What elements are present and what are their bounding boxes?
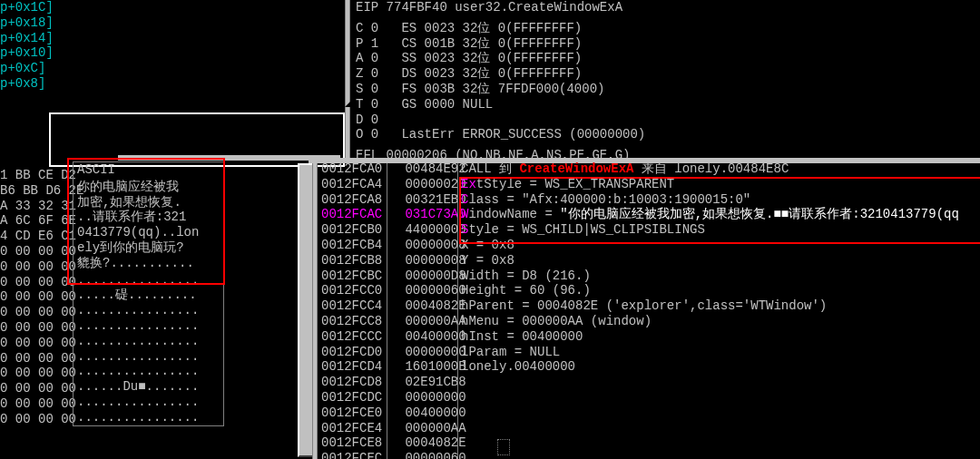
- stack-pane[interactable]: 0012FCA0 00484E920012FCA4 000000200012FC…: [321, 161, 463, 459]
- bp-item: p+0x8]: [0, 76, 71, 92]
- stack-row[interactable]: 0012FCC8 000000AA: [321, 314, 463, 329]
- flag-line: Z 0 DS 0023 32位 0(FFFFFFFF): [356, 66, 980, 82]
- stack-row[interactable]: 0012FCEC 00000060: [321, 451, 463, 459]
- stack-addr: 0012FCE8: [321, 435, 382, 450]
- comment-line: lParam = NULL: [461, 345, 980, 360]
- stack-addr: 0012FCBC: [321, 269, 382, 283]
- comment-line: Width = D8 (216.): [461, 269, 980, 284]
- stack-row[interactable]: 0012FCA8 00321EB0: [321, 192, 463, 208]
- flag-line: T 0 GS 0000 NULL: [356, 97, 980, 112]
- stack-addr: 0012FCC4: [321, 298, 382, 313]
- ascii-line: ......Du■.......: [77, 379, 220, 395]
- stack-row[interactable]: 0012FCC4 0004082E: [321, 298, 463, 314]
- pane-splitter-v2[interactable]: [312, 163, 318, 459]
- comment-line: hParent = 0004082E ('explorer',class='WT…: [461, 298, 980, 314]
- ascii-line: ................: [77, 410, 220, 425]
- flag-line: P 1 CS 001B 32位 0(FFFFFFFF): [356, 36, 980, 52]
- flag-line: O 0 LastErr ERROR_SUCCESS (00000000): [356, 127, 980, 142]
- comment-line: hInst = 00400000: [461, 329, 980, 345]
- stack-row[interactable]: 0012FCC0 00000060: [321, 283, 463, 298]
- ascii-line: ................: [77, 349, 220, 365]
- bp-item: p+0x14]: [0, 31, 71, 46]
- ascii-line: ................: [77, 318, 220, 334]
- stack-addr: 0012FCEC: [321, 451, 382, 459]
- stack-row[interactable]: 0012FCA0 00484E92: [321, 161, 463, 177]
- windowname-highlight-box: [459, 177, 980, 244]
- stack-addr: 0012FCD4: [321, 359, 382, 374]
- ascii-line: ................: [77, 395, 220, 410]
- stack-row[interactable]: 0012FCA4 00000020: [321, 177, 463, 192]
- bp-item: p+0x10]: [0, 45, 71, 61]
- ascii-line: ................: [77, 303, 220, 318]
- stack-row[interactable]: 0012FCB4 00000008: [321, 238, 463, 253]
- stack-row[interactable]: 0012FCBC 000000D8: [321, 269, 463, 284]
- flag-line: A 0 SS 0023 32位 0(FFFFFFFF): [356, 51, 980, 66]
- stack-row[interactable]: 0012FCD4 1601000B: [321, 359, 463, 375]
- stack-addr: 0012FCCC: [321, 329, 382, 344]
- flag-line: C 0 ES 0023 32位 0(FFFFFFFF): [356, 21, 980, 36]
- comment-line: lonely.00400000: [461, 359, 980, 375]
- stack-addr: 0012FCD8: [321, 375, 382, 389]
- ascii-line: ................: [77, 334, 220, 349]
- stack-addr: 0012FCB0: [321, 222, 382, 237]
- bp-item: p+0xC]: [0, 61, 71, 76]
- breakpoint-column: p+0x1C] p+0x18] p+0x14] p+0x10] p+0xC] p…: [0, 0, 71, 92]
- stack-col-sep2: [457, 163, 458, 459]
- stack-addr: 0012FCB8: [321, 253, 382, 268]
- pane-splitter-v1[interactable]: [345, 0, 350, 161]
- caret-icon: [497, 439, 510, 455]
- stack-addr: 0012FCAC: [321, 207, 382, 221]
- stack-row[interactable]: 0012FCE0 00400000: [321, 405, 463, 421]
- stack-addr: 0012FCE0: [321, 405, 382, 420]
- ascii-highlight-box: [67, 158, 225, 285]
- stack-col-sep: [387, 163, 387, 459]
- bp-item: p+0x1C]: [0, 0, 71, 15]
- stack-row[interactable]: 0012FCAC 031C73A0: [321, 207, 463, 222]
- stack-addr: 0012FCC0: [321, 283, 382, 298]
- flag-line: D 0: [356, 112, 980, 128]
- stack-row[interactable]: 0012FCD0 00000000: [321, 345, 463, 360]
- flag-line: S 0 FS 003B 32位 7FFDF000(4000): [356, 82, 980, 97]
- stack-addr: 0012FCA8: [321, 192, 382, 207]
- stack-row[interactable]: 0012FCCC 00400000: [321, 329, 463, 345]
- stack-row[interactable]: 0012FCB8 00000008: [321, 253, 463, 269]
- comment-line: hMenu = 000000AA (window): [461, 314, 980, 329]
- eip-line: EIP 774FBF40 user32.CreateWindowExA: [356, 0, 980, 15]
- ascii-line: ................: [77, 364, 220, 379]
- stack-addr: 0012FCD0: [321, 345, 382, 359]
- stack-addr: 0012FCA0: [321, 161, 382, 176]
- stack-row[interactable]: 0012FCB0 44000000: [321, 222, 463, 238]
- stack-row[interactable]: 0012FCD8 02E91CB8: [321, 375, 463, 390]
- comment-line: Y = 0x8: [461, 253, 980, 269]
- stack-addr: 0012FCA4: [321, 177, 382, 191]
- stack-row[interactable]: 0012FCE8 0004082E: [321, 435, 463, 451]
- registers-pane: EIP 774FBF40 user32.CreateWindowExA C 0 …: [356, 0, 980, 163]
- bp-item: p+0x18]: [0, 15, 71, 31]
- stack-addr: 0012FCE4: [321, 421, 382, 435]
- comment-line: Height = 60 (96.): [461, 283, 980, 298]
- stack-addr: 0012FCC8: [321, 314, 382, 328]
- debugger-screen: p+0x1C] p+0x18] p+0x14] p+0x10] p+0xC] p…: [0, 0, 980, 459]
- comment-line: CALL 到 CreateWindowExA 来自 lonely.00484E8…: [461, 161, 980, 177]
- stack-addr: 0012FCB4: [321, 238, 382, 252]
- stack-addr: 0012FCDC: [321, 390, 382, 405]
- stack-row[interactable]: 0012FCE4 000000AA: [321, 421, 463, 436]
- ascii-line: .....碮.........: [77, 288, 220, 303]
- stack-row[interactable]: 0012FCDC 00000000: [321, 390, 463, 405]
